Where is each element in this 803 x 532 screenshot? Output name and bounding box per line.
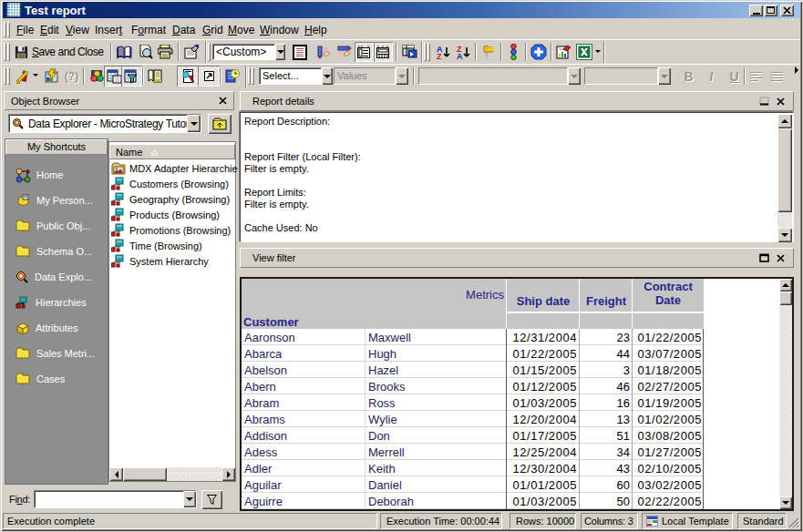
svg-text:Z: Z — [437, 52, 442, 60]
svg-text:A: A — [457, 52, 463, 60]
